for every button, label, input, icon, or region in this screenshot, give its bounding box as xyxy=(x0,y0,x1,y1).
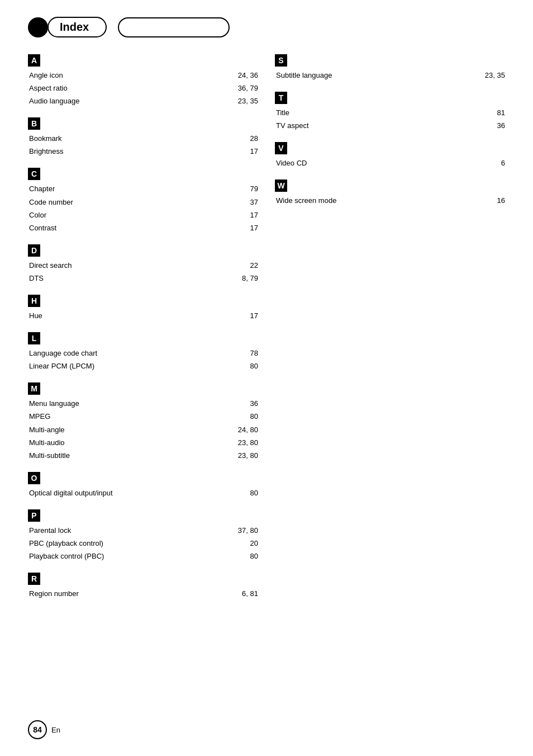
entry-name: Contrast xyxy=(29,222,56,234)
entry-dots xyxy=(65,153,248,154)
language-label: En xyxy=(51,726,60,734)
section-header-w: W xyxy=(275,179,287,192)
entry-page: 80 xyxy=(250,360,258,372)
entry-dots xyxy=(65,77,236,78)
entry-page: 17 xyxy=(250,145,258,158)
section-header-a: A xyxy=(28,54,40,67)
entry: DTS8, 79 xyxy=(29,272,258,285)
section-v: VVideo CD6 xyxy=(275,142,505,169)
entry: Angle icon24, 36 xyxy=(29,69,258,82)
entry-dots xyxy=(338,202,495,203)
entry-name: PBC (playback control) xyxy=(29,537,103,550)
section-s: SSubtitle language23, 35 xyxy=(275,54,505,82)
entry: Subtitle language23, 35 xyxy=(276,69,505,82)
entry-dots xyxy=(308,165,499,166)
entry-page: 23, 80 xyxy=(238,437,258,449)
entry-dots xyxy=(74,267,249,268)
entry: Hue17 xyxy=(29,310,258,322)
entry-page: 6, 81 xyxy=(242,588,258,600)
entry-page: 23, 35 xyxy=(485,69,505,82)
entry-dots xyxy=(106,558,248,559)
section-header-r: R xyxy=(28,573,40,585)
section-header-d: D xyxy=(28,244,40,257)
section-entries: Angle icon24, 36Aspect ratio36, 79Audio … xyxy=(28,69,258,107)
entry-dots xyxy=(115,495,249,495)
section-entries: Video CD6 xyxy=(275,157,505,169)
entry: Chapter79 xyxy=(29,183,258,195)
entry: PBC (playback control)20 xyxy=(29,537,258,550)
entry: Playback control (PBC)80 xyxy=(29,550,258,563)
entry-dots xyxy=(96,368,249,368)
entry-name: Chapter xyxy=(29,183,55,195)
section-entries: Menu language36MPEG80Multi-angle24, 80Mu… xyxy=(28,398,258,461)
title-area: Index xyxy=(28,17,107,37)
entry-name: Playback control (PBC) xyxy=(29,550,104,563)
section-entries: Subtitle language23, 35 xyxy=(275,69,505,82)
entry-dots xyxy=(58,230,248,230)
entry: Aspect ratio36, 79 xyxy=(29,82,258,94)
section-header-l: L xyxy=(28,332,40,344)
entry-dots xyxy=(64,140,249,141)
section-entries: Hue17 xyxy=(28,310,258,322)
section-header-m: M xyxy=(28,382,40,395)
section-r: RRegion number6, 81 xyxy=(28,573,258,600)
entry-name: Multi-angle xyxy=(29,424,65,436)
entry: Menu language36 xyxy=(29,398,258,410)
entry-name: Language code chart xyxy=(29,347,97,360)
section-t: TTitle81TV aspect36 xyxy=(275,92,505,132)
section-d: DDirect search22DTS8, 79 xyxy=(28,244,258,285)
section-entries: Chapter79Code number37Color17Contrast17 xyxy=(28,183,258,234)
entry: Title81 xyxy=(276,107,505,119)
entry-name: Parental lock xyxy=(29,525,71,537)
entry-dots xyxy=(56,191,248,191)
entry-page: 28 xyxy=(250,133,258,145)
footer: 84 En xyxy=(28,720,60,739)
section-entries: Direct search22DTS8, 79 xyxy=(28,259,258,285)
section-entries: Title81TV aspect36 xyxy=(275,107,505,132)
entry-dots xyxy=(99,355,248,356)
entry: Optical digital output/input80 xyxy=(29,487,258,499)
entry-name: Title xyxy=(276,107,289,119)
entry-page: 17 xyxy=(250,209,258,221)
entry-dots xyxy=(66,432,236,432)
section-m: MMenu language36MPEG80Multi-angle24, 80M… xyxy=(28,382,258,461)
entry: Video CD6 xyxy=(276,157,505,169)
entry: Parental lock37, 80 xyxy=(29,525,258,537)
entry-dots xyxy=(66,445,236,445)
entry-name: Linear PCM (LPCM) xyxy=(29,360,94,372)
section-header-t: T xyxy=(275,92,287,104)
entry-dots xyxy=(311,127,496,128)
entry: Language code chart78 xyxy=(29,347,258,360)
entry-page: 24, 80 xyxy=(238,424,258,436)
entry: Linear PCM (LPCM)80 xyxy=(29,360,258,372)
section-entries: Parental lock37, 80PBC (playback control… xyxy=(28,525,258,563)
entry-page: 36, 79 xyxy=(238,82,258,94)
entry: Wide screen mode16 xyxy=(276,195,505,207)
entry-name: Direct search xyxy=(29,259,72,272)
entry-dots xyxy=(81,103,236,103)
entry-name: Audio language xyxy=(29,95,79,107)
entry-dots xyxy=(80,596,240,596)
entry-page: 16 xyxy=(497,195,505,207)
section-p: PParental lock37, 80PBC (playback contro… xyxy=(28,509,258,563)
section-entries: Language code chart78Linear PCM (LPCM)80 xyxy=(28,347,258,372)
header-right-pill xyxy=(118,17,230,37)
entry: Multi-audio23, 80 xyxy=(29,437,258,449)
entry: Direct search22 xyxy=(29,259,258,272)
entry: Multi-angle24, 80 xyxy=(29,424,258,436)
entry-name: Optical digital output/input xyxy=(29,487,113,499)
page-header: Index xyxy=(28,17,505,37)
entry-page: 79 xyxy=(250,183,258,195)
entry-name: Region number xyxy=(29,588,79,600)
entry-dots xyxy=(52,418,248,419)
entry-page: 80 xyxy=(250,487,258,499)
entry-dots xyxy=(45,280,240,281)
entry-name: Brightness xyxy=(29,145,63,158)
section-b: BBookmark28Brightness17 xyxy=(28,117,258,158)
entry-dots xyxy=(81,405,249,406)
section-header-b: B xyxy=(28,117,40,130)
entry-dots xyxy=(75,204,249,205)
entry-dots xyxy=(72,457,236,458)
title-pill: Index xyxy=(47,17,107,37)
entry-name: Bookmark xyxy=(29,133,62,145)
